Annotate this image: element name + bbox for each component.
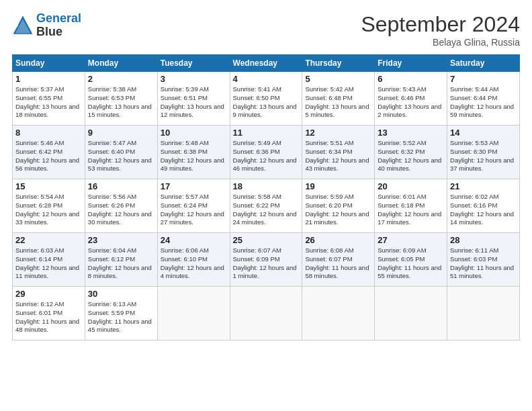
day-info: Sunrise: 6:09 AM Sunset: 6:05 PM Dayligh… (378, 246, 444, 281)
daylight: Daylight: 12 hours and 46 minutes. (233, 156, 300, 174)
day-number: 26 (305, 235, 371, 245)
day-info: Sunrise: 5:41 AM Sunset: 6:50 PM Dayligh… (233, 85, 300, 120)
day-cell: 13 Sunrise: 5:52 AM Sunset: 6:32 PM Dayl… (375, 126, 447, 179)
sunrise: Sunrise: 5:43 AM (378, 85, 444, 94)
day-info: Sunrise: 5:38 AM Sunset: 6:53 PM Dayligh… (88, 85, 154, 120)
calendar-table: SundayMondayTuesdayWednesdayThursdayFrid… (12, 54, 520, 340)
day-cell: 8 Sunrise: 5:46 AM Sunset: 6:42 PM Dayli… (13, 126, 85, 179)
day-number: 10 (161, 128, 227, 138)
sunset: Sunset: 6:20 PM (305, 201, 371, 210)
day-cell: 20 Sunrise: 6:01 AM Sunset: 6:18 PM Dayl… (375, 179, 447, 233)
day-number: 17 (161, 181, 227, 191)
day-info: Sunrise: 5:37 AM Sunset: 6:55 PM Dayligh… (15, 85, 82, 120)
day-cell: 16 Sunrise: 5:56 AM Sunset: 6:26 PM Dayl… (85, 179, 157, 233)
sunset: Sunset: 6:44 PM (450, 94, 517, 103)
sunset: Sunset: 6:05 PM (378, 255, 444, 264)
day-number: 13 (378, 128, 444, 138)
sunset: Sunset: 6:16 PM (450, 201, 517, 210)
logo-icon: G (12, 15, 34, 36)
day-cell: 26 Sunrise: 6:08 AM Sunset: 6:07 PM Dayl… (302, 233, 375, 287)
day-info: Sunrise: 5:43 AM Sunset: 6:46 PM Dayligh… (378, 85, 444, 120)
day-header-wednesday: Wednesday (230, 55, 302, 72)
day-cell: 14 Sunrise: 5:53 AM Sunset: 6:30 PM Dayl… (447, 126, 520, 179)
day-info: Sunrise: 5:54 AM Sunset: 6:28 PM Dayligh… (15, 193, 82, 227)
sunrise: Sunrise: 6:06 AM (161, 246, 227, 255)
logo: G General Blue (12, 12, 81, 39)
daylight: Daylight: 12 hours and 14 minutes. (450, 210, 517, 228)
daylight: Daylight: 12 hours and 40 minutes. (378, 156, 444, 174)
day-cell: 30 Sunrise: 6:13 AM Sunset: 5:59 PM Dayl… (85, 287, 157, 340)
sunrise: Sunrise: 6:03 AM (15, 246, 82, 255)
daylight: Daylight: 12 hours and 53 minutes. (88, 156, 154, 174)
daylight: Daylight: 12 hours and 59 minutes. (450, 103, 517, 120)
daylight: Daylight: 13 hours and 12 minutes. (161, 103, 227, 120)
day-info: Sunrise: 6:08 AM Sunset: 6:07 PM Dayligh… (305, 246, 371, 281)
day-number: 7 (450, 74, 517, 84)
day-cell (157, 287, 230, 340)
title-area: September 2024 Belaya Glina, Russia (361, 12, 520, 48)
sunset: Sunset: 6:14 PM (15, 255, 82, 264)
sunset: Sunset: 6:42 PM (15, 148, 82, 156)
day-cell: 22 Sunrise: 6:03 AM Sunset: 6:14 PM Dayl… (13, 233, 85, 287)
day-number: 16 (88, 181, 154, 191)
sunrise: Sunrise: 5:52 AM (378, 139, 444, 148)
sunset: Sunset: 6:03 PM (450, 255, 517, 264)
sunrise: Sunrise: 6:09 AM (378, 246, 444, 255)
day-number: 6 (378, 74, 444, 84)
day-header-sunday: Sunday (13, 55, 85, 72)
day-cell: 7 Sunrise: 5:44 AM Sunset: 6:44 PM Dayli… (447, 72, 520, 126)
day-cell (230, 287, 302, 340)
day-number: 21 (450, 181, 517, 191)
day-info: Sunrise: 6:07 AM Sunset: 6:09 PM Dayligh… (233, 246, 300, 281)
week-row-5: 29 Sunrise: 6:12 AM Sunset: 6:01 PM Dayl… (13, 287, 520, 340)
day-cell (447, 287, 520, 340)
day-info: Sunrise: 5:51 AM Sunset: 6:34 PM Dayligh… (305, 139, 371, 173)
sunset: Sunset: 6:51 PM (161, 94, 227, 103)
day-header-monday: Monday (85, 55, 157, 72)
daylight: Daylight: 12 hours and 4 minutes. (161, 264, 227, 281)
day-info: Sunrise: 5:58 AM Sunset: 6:22 PM Dayligh… (233, 193, 300, 227)
daylight: Daylight: 12 hours and 8 minutes. (88, 264, 154, 281)
sunrise: Sunrise: 6:07 AM (233, 246, 300, 255)
day-info: Sunrise: 5:42 AM Sunset: 6:48 PM Dayligh… (305, 85, 371, 120)
day-cell: 12 Sunrise: 5:51 AM Sunset: 6:34 PM Dayl… (302, 126, 375, 179)
day-info: Sunrise: 5:44 AM Sunset: 6:44 PM Dayligh… (450, 85, 517, 120)
daylight: Daylight: 12 hours and 17 minutes. (378, 210, 444, 228)
day-cell: 17 Sunrise: 5:57 AM Sunset: 6:24 PM Dayl… (157, 179, 230, 233)
sunset: Sunset: 6:26 PM (88, 201, 154, 210)
day-number: 24 (161, 235, 227, 245)
day-number: 19 (305, 181, 371, 191)
sunset: Sunset: 6:48 PM (305, 94, 371, 103)
sunset: Sunset: 6:18 PM (378, 201, 444, 210)
sunset: Sunset: 6:30 PM (450, 148, 517, 156)
sunrise: Sunrise: 6:08 AM (305, 246, 371, 255)
week-row-4: 22 Sunrise: 6:03 AM Sunset: 6:14 PM Dayl… (13, 233, 520, 287)
daylight: Daylight: 12 hours and 21 minutes. (305, 210, 371, 228)
sunrise: Sunrise: 6:11 AM (450, 246, 517, 255)
day-info: Sunrise: 5:57 AM Sunset: 6:24 PM Dayligh… (161, 193, 227, 227)
day-number: 29 (15, 289, 82, 299)
sunset: Sunset: 6:22 PM (233, 201, 300, 210)
sunset: Sunset: 6:40 PM (88, 148, 154, 156)
sunset: Sunset: 6:32 PM (378, 148, 444, 156)
sunset: Sunset: 6:50 PM (233, 94, 300, 103)
week-row-1: 1 Sunrise: 5:37 AM Sunset: 6:55 PM Dayli… (13, 72, 520, 126)
day-info: Sunrise: 5:49 AM Sunset: 6:36 PM Dayligh… (233, 139, 300, 173)
day-cell: 2 Sunrise: 5:38 AM Sunset: 6:53 PM Dayli… (85, 72, 157, 126)
sunrise: Sunrise: 5:57 AM (161, 193, 227, 201)
daylight: Daylight: 12 hours and 30 minutes. (88, 210, 154, 228)
sunrise: Sunrise: 5:47 AM (88, 139, 154, 148)
daylight: Daylight: 11 hours and 48 minutes. (15, 318, 82, 335)
daylight: Daylight: 12 hours and 37 minutes. (450, 156, 517, 174)
sunrise: Sunrise: 5:54 AM (15, 193, 82, 201)
day-info: Sunrise: 6:11 AM Sunset: 6:03 PM Dayligh… (450, 246, 517, 281)
day-info: Sunrise: 6:03 AM Sunset: 6:14 PM Dayligh… (15, 246, 82, 281)
sunset: Sunset: 6:10 PM (161, 255, 227, 264)
day-number: 22 (15, 235, 82, 245)
day-number: 14 (450, 128, 517, 138)
day-cell: 5 Sunrise: 5:42 AM Sunset: 6:48 PM Dayli… (302, 72, 375, 126)
daylight: Daylight: 12 hours and 1 minute. (233, 264, 300, 281)
sunrise: Sunrise: 5:48 AM (161, 139, 227, 148)
day-number: 1 (15, 74, 82, 84)
day-info: Sunrise: 6:12 AM Sunset: 6:01 PM Dayligh… (15, 300, 82, 334)
